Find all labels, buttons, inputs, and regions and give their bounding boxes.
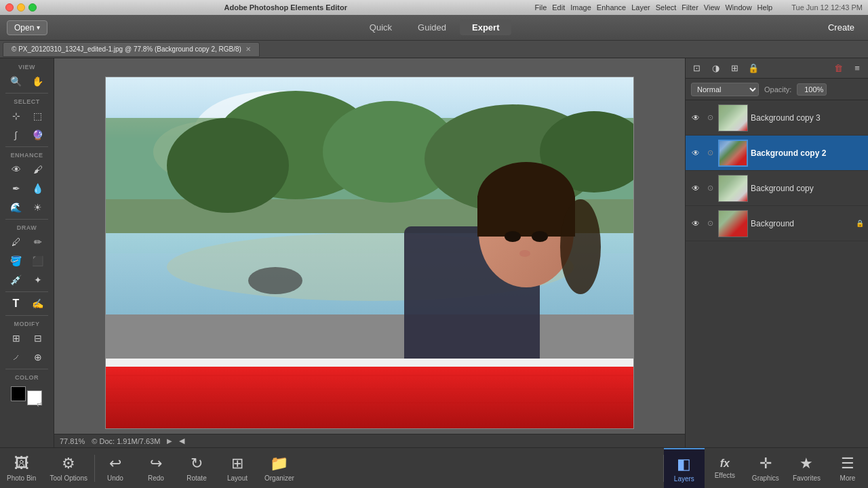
recompose-tool[interactable]: ⊟ bbox=[28, 329, 48, 347]
color-swatches[interactable]: ⇄ bbox=[0, 382, 54, 411]
layer-item[interactable]: 👁 ⊙ Background copy 2 bbox=[686, 136, 868, 171]
enhance-tools-3: 🌊 ☀ bbox=[0, 198, 54, 217]
bottom-item-more[interactable]: ☰ More bbox=[827, 448, 868, 488]
layer-visibility-toggle[interactable]: 👁 bbox=[690, 112, 702, 124]
layer-item[interactable]: 👁 ⊙ Background copy bbox=[686, 171, 868, 206]
close-button[interactable] bbox=[5, 3, 14, 12]
blur-tool[interactable]: 💧 bbox=[28, 180, 48, 197]
new-layer-from-selection[interactable]: ⊡ bbox=[688, 61, 705, 76]
mode-quick[interactable]: Quick bbox=[357, 20, 404, 35]
layers-more-options[interactable]: ≡ bbox=[849, 61, 865, 76]
delete-layer[interactable]: 🗑 bbox=[830, 61, 846, 76]
swap-colors-icon[interactable]: ⇄ bbox=[37, 401, 42, 408]
menu-item-edit[interactable]: Edit bbox=[552, 3, 565, 12]
layer-visibility-toggle[interactable]: 👁 bbox=[690, 182, 702, 195]
menu-item-layer[interactable]: Layer bbox=[631, 3, 650, 12]
dodge-tool[interactable]: ☀ bbox=[28, 199, 48, 216]
zoom-tool[interactable]: 🔍 bbox=[6, 73, 26, 90]
menu-item-select[interactable]: Select bbox=[656, 3, 677, 12]
draw-tools-3: 💉 ✦ bbox=[0, 270, 54, 289]
menu-item-enhance[interactable]: Enhance bbox=[597, 3, 626, 12]
layer-item[interactable]: 👁 ⊙ Background 🔒 bbox=[686, 206, 868, 241]
red-eye-tool[interactable]: 👁 bbox=[6, 161, 26, 178]
layer-item[interactable]: 👁 ⊙ Background copy 3 bbox=[686, 100, 868, 136]
create-button[interactable]: Create bbox=[821, 20, 861, 35]
crop-tool[interactable]: ⊞ bbox=[6, 329, 26, 347]
bottom-item-redo[interactable]: ↪ Redo bbox=[136, 448, 176, 488]
menu-item-view[interactable]: View bbox=[704, 3, 720, 12]
draw-tools-1: 🖊 ✏ bbox=[0, 232, 54, 251]
layer-visibility-toggle[interactable]: 👁 bbox=[690, 218, 702, 230]
layer-visibility-toggle[interactable]: 👁 bbox=[690, 147, 702, 159]
create-adjustment-layer[interactable]: ◑ bbox=[707, 61, 724, 76]
canvas-image[interactable] bbox=[105, 77, 634, 429]
layer-lock-btn[interactable]: ⊙ bbox=[705, 183, 715, 194]
type-tool[interactable]: T bbox=[6, 295, 26, 312]
doc-info: © Doc: 1.91M/7.63M bbox=[92, 437, 160, 445]
menu-item-filter[interactable]: Filter bbox=[682, 3, 698, 12]
redo-icon: ↪ bbox=[150, 455, 162, 472]
type-tools: T ✍ bbox=[0, 294, 54, 313]
opacity-input[interactable] bbox=[797, 83, 827, 96]
brush-tool[interactable]: 🖊 bbox=[6, 233, 26, 251]
foreground-color-swatch[interactable] bbox=[11, 386, 26, 401]
quick-sel-tool[interactable]: 🔮 bbox=[28, 126, 48, 144]
window-controls[interactable] bbox=[5, 3, 37, 12]
rotate-icon: ↻ bbox=[191, 455, 203, 472]
menu-item-window[interactable]: Window bbox=[725, 3, 751, 12]
lasso-tool[interactable]: ∫ bbox=[6, 126, 26, 144]
hand-tool[interactable]: ✋ bbox=[28, 73, 48, 90]
layer-lock-btn[interactable]: ⊙ bbox=[705, 218, 715, 229]
layer-lock-btn[interactable]: ⊙ bbox=[705, 148, 715, 159]
divider-6 bbox=[5, 369, 48, 369]
bottom-item-favorites[interactable]: ★ Favorites bbox=[786, 448, 827, 488]
layer-name: Background copy bbox=[751, 184, 864, 193]
eraser-tool[interactable]: ✏ bbox=[28, 233, 48, 251]
mode-selector: Quick Guided Expert bbox=[357, 20, 512, 35]
straighten-tool[interactable]: ⟋ bbox=[6, 348, 26, 366]
content-aware-tool[interactable]: ⊕ bbox=[28, 348, 48, 366]
tab-label: © PX_20120310_1324J_edited-1.jpg @ 77.8%… bbox=[12, 45, 241, 53]
bottom-item-graphics[interactable]: ✛ Graphics bbox=[745, 448, 786, 488]
layers-label: Layers bbox=[674, 475, 694, 483]
bottom-item-organizer[interactable]: 📁 Organizer bbox=[258, 448, 301, 488]
layer-lock-btn[interactable]: ⊙ bbox=[705, 113, 715, 123]
bottom-item-rotate[interactable]: ↻ Rotate bbox=[176, 448, 217, 488]
bottom-item-photo-bin[interactable]: 🖼 Photo Bin bbox=[0, 448, 43, 488]
time-display: Tue Jun 12 12:43 PM bbox=[791, 3, 863, 12]
marquee-tool[interactable]: ⬚ bbox=[28, 107, 48, 125]
open-button[interactable]: Open bbox=[7, 20, 47, 35]
clone-tool[interactable]: ✒ bbox=[6, 180, 26, 197]
select-section-label: SELECT bbox=[0, 96, 54, 106]
type-mask-tool[interactable]: ✍ bbox=[28, 295, 48, 312]
blend-mode-select[interactable]: Normal Multiply Screen Overlay bbox=[691, 83, 759, 96]
zoom-button[interactable] bbox=[28, 3, 37, 12]
minimize-button[interactable] bbox=[17, 3, 25, 12]
menu-item-file[interactable]: File bbox=[535, 3, 547, 12]
bottom-item-effects[interactable]: fx Effects bbox=[705, 448, 745, 488]
bottom-item-layout[interactable]: ⊞ Layout bbox=[217, 448, 258, 488]
create-new-layer[interactable]: ⊞ bbox=[726, 61, 743, 76]
tool-options-label: Tool Options bbox=[50, 474, 87, 482]
heal-tool[interactable]: 🖌 bbox=[28, 161, 48, 178]
mode-expert[interactable]: Expert bbox=[460, 20, 511, 35]
menu-item-help[interactable]: Help bbox=[757, 3, 773, 12]
mode-guided[interactable]: Guided bbox=[406, 20, 458, 35]
modify-tools-1: ⊞ ⊟ bbox=[0, 329, 54, 348]
bottom-item-undo[interactable]: ↩ Undo bbox=[95, 448, 136, 488]
shape-tool[interactable]: ⬛ bbox=[28, 252, 48, 270]
smart-brush-tool[interactable]: ✦ bbox=[28, 271, 48, 289]
create-layer-group[interactable]: 🔒 bbox=[745, 61, 762, 76]
sponge-tool[interactable]: 🌊 bbox=[6, 199, 26, 216]
document-tab[interactable]: © PX_20120310_1324J_edited-1.jpg @ 77.8%… bbox=[3, 42, 260, 57]
move-tool[interactable]: ⊹ bbox=[6, 107, 26, 125]
menu-item-image[interactable]: Image bbox=[570, 3, 591, 12]
svg-rect-17 bbox=[477, 196, 575, 237]
view-tools: 🔍 ✋ bbox=[0, 72, 54, 91]
paint-bucket-tool[interactable]: 🪣 bbox=[6, 252, 26, 270]
tab-close-icon[interactable]: ✕ bbox=[245, 45, 251, 53]
bottom-item-layers[interactable]: ◧ Layers bbox=[664, 448, 705, 488]
menu-bar: File Edit Image Enhance Layer Select Fil… bbox=[535, 3, 863, 12]
bottom-item-tool-options[interactable]: ⚙ Tool Options bbox=[43, 448, 94, 488]
eyedropper-tool[interactable]: 💉 bbox=[6, 271, 26, 289]
